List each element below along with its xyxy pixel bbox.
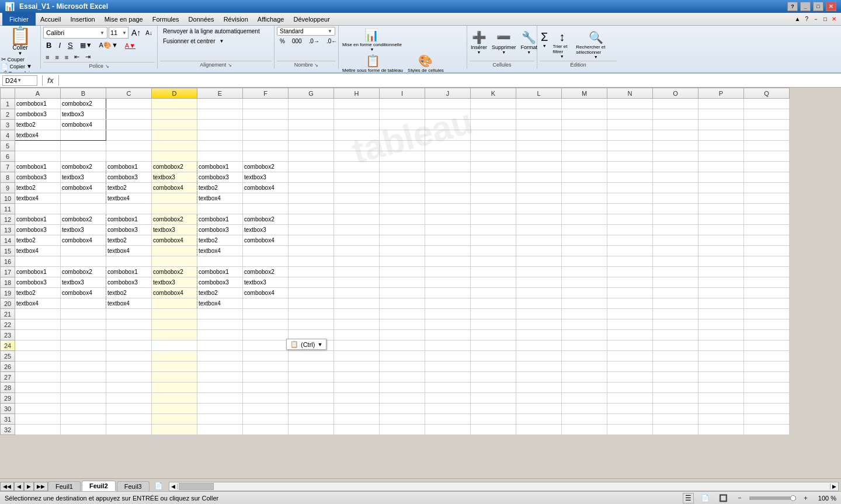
cell-H20[interactable] xyxy=(334,298,380,309)
cell-Q3[interactable] xyxy=(744,120,790,130)
help-icon[interactable]: ? xyxy=(802,15,811,23)
cell-L32[interactable] xyxy=(516,425,562,435)
col-header-n[interactable]: N xyxy=(607,88,653,99)
cell-Q28[interactable] xyxy=(744,383,790,393)
cell-L25[interactable] xyxy=(516,351,562,362)
cell-G32[interactable] xyxy=(289,425,334,435)
cell-I11[interactable] xyxy=(380,204,425,214)
trier-btn[interactable]: ↕ Trier et filtrer ▼ xyxy=(551,29,572,60)
cell-J22[interactable] xyxy=(425,319,471,330)
cell-L24[interactable] xyxy=(516,340,562,351)
cell-A11[interactable] xyxy=(15,204,61,214)
cell-Q5[interactable] xyxy=(744,141,790,151)
cell-B17[interactable]: combobox2 xyxy=(61,267,106,277)
cell-L16[interactable] xyxy=(516,256,562,267)
cell-Q14[interactable] xyxy=(744,235,790,246)
cell-P27[interactable] xyxy=(698,372,744,383)
col-header-m[interactable]: M xyxy=(562,88,607,99)
cell-B31[interactable] xyxy=(61,414,106,425)
cell-G30[interactable] xyxy=(289,404,334,414)
cell-I6[interactable] xyxy=(380,151,425,162)
tab-nav-first[interactable]: ◀◀ xyxy=(0,482,14,491)
cell-C6[interactable] xyxy=(106,151,152,162)
cell-D21[interactable] xyxy=(152,309,197,319)
cell-B2[interactable]: textbox3 xyxy=(61,109,106,120)
cell-O7[interactable] xyxy=(653,162,698,172)
cell-J31[interactable] xyxy=(425,414,471,425)
cell-E14[interactable]: textbo2 xyxy=(197,235,243,246)
row-header-31[interactable]: 31 xyxy=(1,414,15,425)
cell-P31[interactable] xyxy=(698,414,744,425)
cell-I12[interactable] xyxy=(380,214,425,225)
cell-E11[interactable] xyxy=(197,204,243,214)
tab-nav-prev[interactable]: ◀ xyxy=(14,482,24,491)
italic-btn[interactable]: I xyxy=(55,40,64,51)
cell-Q12[interactable] xyxy=(744,214,790,225)
scroll-left-btn[interactable]: ◀ xyxy=(169,484,178,489)
wrap-text-btn[interactable]: Renvoyer à la ligne automatiquement xyxy=(160,27,263,36)
cell-reference-box[interactable]: D24 ▼ xyxy=(2,75,37,86)
cell-I15[interactable] xyxy=(380,246,425,256)
cell-I29[interactable] xyxy=(380,393,425,404)
cell-M4[interactable] xyxy=(562,130,607,141)
cell-O23[interactable] xyxy=(653,330,698,340)
cell-L17[interactable] xyxy=(516,267,562,277)
row-header-3[interactable]: 3 xyxy=(1,120,15,130)
row-header-11[interactable]: 11 xyxy=(1,204,15,214)
row-header-15[interactable]: 15 xyxy=(1,246,15,256)
cell-C12[interactable]: combobox1 xyxy=(106,214,152,225)
cell-E22[interactable] xyxy=(197,319,243,330)
cell-A13[interactable]: combobox3 xyxy=(15,225,61,235)
cell-A28[interactable] xyxy=(15,383,61,393)
cell-F7[interactable]: combobox2 xyxy=(243,162,289,172)
cell-D25[interactable] xyxy=(152,351,197,362)
cell-A22[interactable] xyxy=(15,319,61,330)
cell-K5[interactable] xyxy=(471,141,516,151)
cell-M26[interactable] xyxy=(562,362,607,372)
cell-D8[interactable]: textbox3 xyxy=(152,172,197,183)
cell-P13[interactable] xyxy=(698,225,744,235)
add-sheet-btn[interactable]: 📄 xyxy=(151,481,166,491)
cell-O28[interactable] xyxy=(653,383,698,393)
cell-H7[interactable] xyxy=(334,162,380,172)
cell-B6[interactable] xyxy=(61,151,106,162)
cell-H1[interactable] xyxy=(334,99,380,109)
cell-O29[interactable] xyxy=(653,393,698,404)
cell-E6[interactable] xyxy=(197,151,243,162)
cell-B18[interactable]: textbox3 xyxy=(61,277,106,288)
cell-L7[interactable] xyxy=(516,162,562,172)
cell-N6[interactable] xyxy=(607,151,653,162)
cell-D18[interactable]: textbox3 xyxy=(152,277,197,288)
cell-J6[interactable] xyxy=(425,151,471,162)
cell-G27[interactable] xyxy=(289,372,334,383)
cell-O30[interactable] xyxy=(653,404,698,414)
cell-I30[interactable] xyxy=(380,404,425,414)
cell-C31[interactable] xyxy=(106,414,152,425)
cell-N3[interactable] xyxy=(607,120,653,130)
sheet-tab-feuil2[interactable]: Feuil2 xyxy=(82,481,116,491)
cell-C15[interactable]: textbox4 xyxy=(106,246,152,256)
cell-M32[interactable] xyxy=(562,425,607,435)
cell-N23[interactable] xyxy=(607,330,653,340)
cell-O9[interactable] xyxy=(653,183,698,193)
cell-C5[interactable] xyxy=(106,141,152,151)
cell-D29[interactable] xyxy=(152,393,197,404)
cell-Q19[interactable] xyxy=(744,288,790,298)
cell-E19[interactable]: textbo2 xyxy=(197,288,243,298)
cell-F13[interactable]: textbox3 xyxy=(243,225,289,235)
cell-P6[interactable] xyxy=(698,151,744,162)
col-header-k[interactable]: K xyxy=(471,88,516,99)
cell-F14[interactable]: combobox4 xyxy=(243,235,289,246)
restore-btn[interactable]: □ xyxy=(813,2,823,11)
row-header-21[interactable]: 21 xyxy=(1,309,15,319)
cell-I17[interactable] xyxy=(380,267,425,277)
cell-G7[interactable] xyxy=(289,162,334,172)
cell-O24[interactable] xyxy=(653,340,698,351)
font-color-btn[interactable]: A▼ xyxy=(122,41,138,50)
cell-D17[interactable]: combobox2 xyxy=(152,267,197,277)
cell-M18[interactable] xyxy=(562,277,607,288)
cell-J9[interactable] xyxy=(425,183,471,193)
cell-F31[interactable] xyxy=(243,414,289,425)
cell-M30[interactable] xyxy=(562,404,607,414)
cell-M10[interactable] xyxy=(562,193,607,204)
